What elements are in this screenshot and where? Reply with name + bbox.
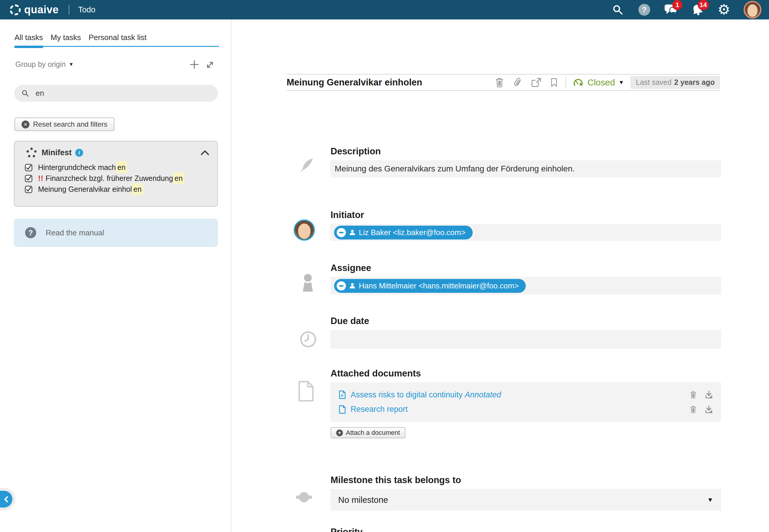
assignee-value: Hans Mittelmaier <hans.mittelmaier@foo.c… — [359, 281, 519, 290]
minifest-item-text: Hintergrundcheck machen — [38, 163, 127, 172]
sidebar-collapse-handle[interactable] — [0, 491, 12, 508]
bookmark-button[interactable] — [549, 77, 558, 87]
group-by-label: Group by origin — [15, 60, 66, 69]
attachment-link[interactable]: Research report — [351, 405, 408, 414]
trash-icon — [495, 77, 504, 88]
milestone-icon — [296, 491, 312, 504]
attach-document-button[interactable]: + Attach a document — [331, 427, 405, 438]
settings-button[interactable]: ⚙ — [717, 3, 731, 16]
search-input[interactable] — [35, 88, 211, 98]
attachments-heading: Attached documents — [331, 368, 721, 379]
due-date-section: Due date — [331, 316, 721, 348]
search-highlight: en — [173, 172, 184, 184]
initiator-value: Liz Baker <liz.baker@foo.com> — [359, 228, 466, 237]
minifest-item-text: Meinung Generalvikar einholen — [38, 185, 143, 194]
status-badge: Closed — [588, 77, 615, 87]
minifest-item[interactable]: !! Finanzcheck bzgl. früherer Zuwendunge… — [14, 173, 217, 184]
chevron-down-icon: ▼ — [69, 62, 74, 67]
user-avatar[interactable] — [744, 1, 761, 19]
sidebar: All tasks My tasks Personal task list Gr… — [0, 19, 232, 532]
quaive-logo-icon — [10, 4, 21, 15]
assignee-pill[interactable]: Hans Mittelmaier <hans.mittelmaier@foo.c… — [334, 279, 526, 293]
app-title: Todo — [78, 5, 95, 14]
person-icon — [349, 229, 355, 235]
question-mark-icon: ? — [25, 227, 36, 238]
expand-panel-button[interactable] — [205, 60, 215, 71]
status-dropdown[interactable]: Closed ▼ — [566, 77, 631, 87]
assignee-section: Assignee Hans Mittelmaier <hans.mittelma… — [331, 263, 721, 295]
chevron-left-icon — [3, 496, 9, 503]
attachment-suffix: Annotated — [465, 390, 501, 399]
trash-icon — [690, 405, 697, 414]
share-button[interactable] — [531, 77, 541, 88]
milestone-section: Milestone this task belongs to No milest… — [331, 475, 721, 511]
collapse-panel-button[interactable] — [200, 150, 210, 156]
avatar-image — [295, 221, 314, 239]
add-task-button[interactable] — [189, 60, 199, 71]
checkbox-checked-icon[interactable] — [24, 174, 33, 183]
file-icon — [339, 405, 346, 414]
assignee-field[interactable]: Hans Mittelmaier <hans.mittelmaier@foo.c… — [331, 277, 721, 295]
task-toolbar — [495, 77, 565, 88]
remove-user-icon[interactable] — [337, 281, 346, 290]
minifest-item[interactable]: Meinung Generalvikar einholen — [14, 184, 217, 195]
logo-text: quaive — [24, 4, 59, 16]
share-icon — [531, 77, 541, 88]
gear-icon: ⚙ — [717, 3, 730, 17]
group-by-dropdown[interactable]: Group by origin ▼ — [15, 60, 74, 69]
chat-button[interactable]: 1 — [664, 3, 678, 16]
search-button[interactable] — [611, 3, 625, 16]
attachment-link[interactable]: Assess risks to digital continuity Annot… — [351, 390, 501, 399]
milestone-heading: Milestone this task belongs to — [331, 475, 721, 485]
assignee-heading: Assignee — [331, 263, 721, 273]
help-icon: ? — [638, 4, 650, 16]
task-title: Meinung Generalvikar einholen — [287, 77, 422, 88]
due-date-field[interactable] — [331, 330, 721, 348]
expand-icon — [205, 60, 215, 70]
due-date-heading: Due date — [331, 316, 721, 326]
paperclip-icon — [512, 77, 522, 88]
attachment-row: Research report — [339, 405, 713, 414]
chat-badge: 1 — [672, 0, 682, 10]
minifest-title: Minifest — [42, 148, 72, 157]
attach-document-label: Attach a document — [346, 429, 400, 437]
attachment-row: Assess risks to digital continuity Annot… — [339, 390, 713, 399]
description-field[interactable]: Meinung des Generalvikars zum Umfang der… — [331, 160, 721, 177]
reset-search-button[interactable]: ✕ Reset search and filters — [14, 118, 114, 131]
checkbox-checked-icon[interactable] — [24, 185, 33, 194]
search-highlight: en — [116, 161, 127, 173]
task-search — [14, 85, 218, 102]
info-icon[interactable]: i — [75, 149, 83, 157]
checkbox-checked-icon[interactable] — [24, 163, 33, 172]
milestone-select[interactable]: No milestone ▼ — [331, 489, 721, 511]
help-glyph: ? — [642, 5, 647, 14]
chevron-up-icon — [200, 150, 210, 156]
initiator-pill[interactable]: Liz Baker <liz.baker@foo.com> — [334, 226, 473, 239]
last-saved-label: Last saved — [636, 78, 671, 87]
feather-icon — [301, 157, 314, 171]
attachment-actions — [690, 405, 713, 414]
download-attachment-button[interactable] — [705, 391, 713, 399]
pdf-file-icon — [339, 390, 346, 399]
avatar-image — [745, 2, 760, 17]
initiator-heading: Initiator — [331, 210, 721, 220]
download-attachment-button[interactable] — [705, 405, 713, 414]
delete-attachment-button[interactable] — [690, 391, 697, 399]
priority-section: Priority — [331, 527, 721, 532]
delete-attachment-button[interactable] — [690, 405, 697, 414]
download-icon — [705, 405, 713, 414]
remove-user-icon[interactable] — [337, 228, 346, 237]
notifications-button[interactable]: 14 — [691, 3, 704, 16]
read-manual-link[interactable]: ? Read the manual — [14, 219, 218, 247]
close-icon: ✕ — [22, 120, 29, 128]
delete-task-button[interactable] — [495, 77, 504, 88]
initiator-field[interactable]: Liz Baker <liz.baker@foo.com> — [331, 224, 721, 241]
reset-search-label: Reset search and filters — [33, 120, 107, 128]
help-button[interactable]: ? — [638, 3, 651, 16]
attachments-button[interactable] — [512, 77, 522, 88]
trash-icon — [690, 391, 697, 399]
quaive-logo[interactable]: quaive — [10, 4, 59, 16]
minifest-item[interactable]: Hintergrundcheck machen — [14, 162, 217, 173]
description-value: Meinung des Generalvikars zum Umfang der… — [331, 160, 721, 177]
minifest-item-text: !! Finanzcheck bzgl. früherer Zuwendunge… — [38, 174, 184, 183]
